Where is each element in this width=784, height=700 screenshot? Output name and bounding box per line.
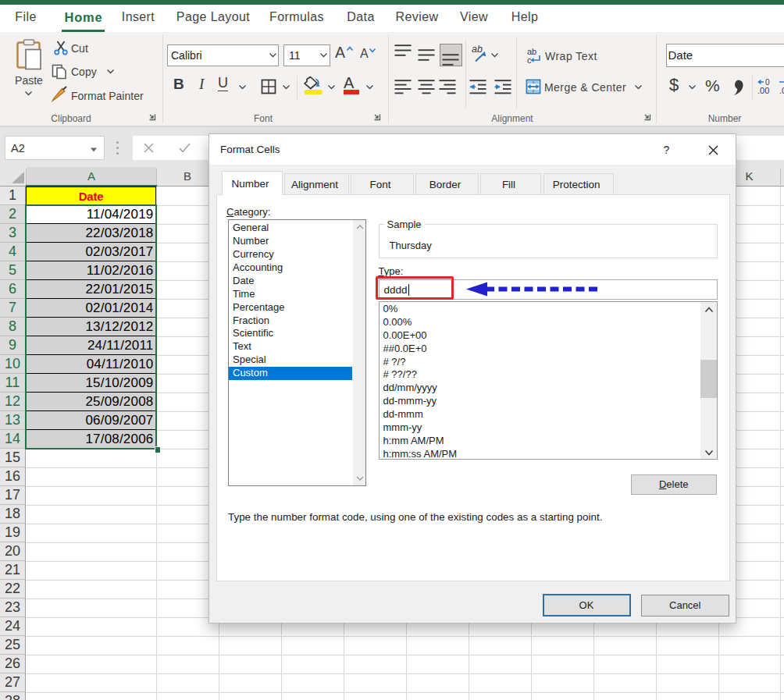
svg-text:c: c xyxy=(527,55,532,64)
svg-text:.0: .0 xyxy=(779,86,784,95)
svg-text:.00: .00 xyxy=(757,86,769,95)
